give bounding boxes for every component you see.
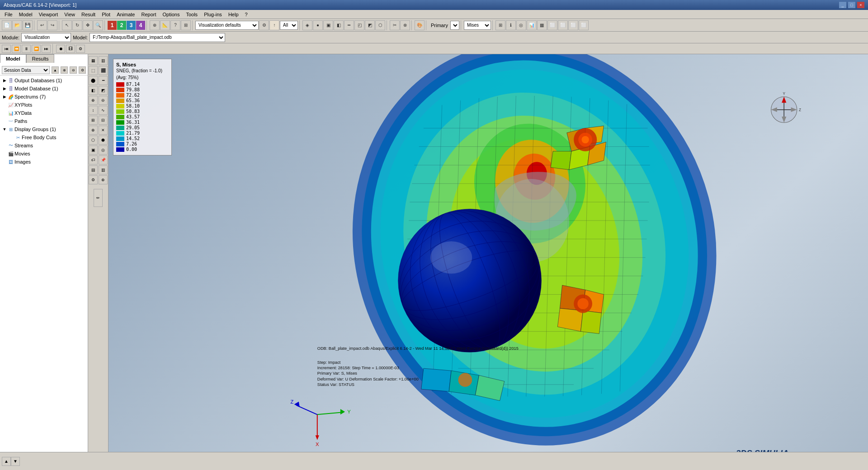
toggle-paths[interactable] xyxy=(2,119,7,123)
tree-display-groups[interactable]: ▼ ⊞ Display Groups (1) xyxy=(0,125,88,133)
play-next-btn[interactable]: ⏩ xyxy=(32,45,41,53)
cut1-btn[interactable]: ✂ xyxy=(390,20,400,30)
menu-tools[interactable]: Tools xyxy=(183,11,200,18)
primary-select[interactable]: S xyxy=(450,21,459,30)
tree-model-database[interactable]: ▶ 🗄 Model Database (1) xyxy=(0,85,88,93)
vtb-face-btn[interactable]: ◧ xyxy=(89,86,98,95)
measure-btn[interactable]: 📐 xyxy=(160,20,170,30)
vtb-contour-btn[interactable]: ▦ xyxy=(89,56,98,65)
tree-images[interactable]: 🖼 Images xyxy=(0,158,88,166)
play-pause-btn[interactable]: ⏸ xyxy=(22,45,31,53)
menu-plot[interactable]: Plot xyxy=(99,11,113,18)
feature-btn[interactable]: ⬡ xyxy=(375,20,385,30)
vtb-sym-btn[interactable]: ⊕ xyxy=(89,96,98,105)
minimize-btn[interactable]: _ xyxy=(839,2,846,8)
tree-xydata[interactable]: 📊 XYData xyxy=(0,109,88,117)
num2-btn[interactable]: 2 xyxy=(117,21,126,30)
toggle-xydata[interactable] xyxy=(2,111,7,115)
snap-btn[interactable]: ⊕ xyxy=(150,20,160,30)
menu-result[interactable]: Result xyxy=(79,11,98,18)
menu-file[interactable]: File xyxy=(2,11,15,18)
edge-btn[interactable]: ━ xyxy=(344,20,354,30)
menu-plugins[interactable]: Plug-ins xyxy=(201,11,225,18)
open-btn[interactable]: 📂 xyxy=(12,20,22,30)
new-btn[interactable]: 📄 xyxy=(2,20,12,30)
maximize-btn[interactable]: □ xyxy=(848,2,855,8)
session-select[interactable]: Session Data xyxy=(2,66,50,74)
close-btn[interactable]: × xyxy=(857,2,864,8)
menu-view[interactable]: View xyxy=(61,11,78,18)
menu-model[interactable]: Model xyxy=(16,11,35,18)
session-settings-btn[interactable]: ⚙ xyxy=(79,66,86,74)
toggle-streams[interactable] xyxy=(2,143,7,148)
play-prev-btn[interactable]: ⏪ xyxy=(12,45,21,53)
tree-movies[interactable]: 🎬 Movies xyxy=(0,150,88,158)
cursor-btn[interactable]: ↑ xyxy=(269,20,279,30)
module-select[interactable]: Visualization xyxy=(21,33,71,42)
vtb-wave-btn[interactable]: ∿ xyxy=(99,106,108,115)
vtb-edge-btn[interactable]: ━ xyxy=(99,76,108,85)
setting-btn[interactable]: ⚙ xyxy=(76,45,85,53)
tree-free-body-cuts[interactable]: ✂ Free Body Cuts xyxy=(0,133,88,141)
play-last-btn[interactable]: ⏭ xyxy=(42,45,51,53)
extra-btn4[interactable]: ▦ xyxy=(537,20,547,30)
query-btn[interactable]: ? xyxy=(170,20,180,30)
toggle-movies[interactable] xyxy=(2,151,7,156)
info-btn[interactable]: ℹ xyxy=(506,20,516,30)
menu-report[interactable]: Report xyxy=(138,11,159,18)
tree-output-databases[interactable]: ▶ 🗄 Output Databases (1) xyxy=(0,76,88,85)
frame-btn[interactable]: 🎞 xyxy=(66,45,75,53)
vtb-group-btn[interactable]: ⊞ xyxy=(89,116,98,125)
extra-btn2[interactable]: ◎ xyxy=(516,20,526,30)
vtb-xsec2-btn[interactable]: ✕ xyxy=(99,126,108,135)
toggle-display-groups[interactable]: ▼ xyxy=(2,127,7,132)
fit-btn[interactable]: ⊞ xyxy=(181,20,191,30)
rotate-btn[interactable]: ↻ xyxy=(72,20,82,30)
extra-btn6[interactable]: ⬜ xyxy=(558,20,568,30)
node-btn[interactable]: ● xyxy=(313,20,323,30)
vtb-scale-btn[interactable]: ↕ xyxy=(89,106,98,115)
vtb-cells-btn[interactable]: ◩ xyxy=(99,86,108,95)
vtb-wire-btn[interactable]: ⬚ xyxy=(89,66,98,75)
model-select[interactable]: F:/Temp-Abaqus/Ball_plate_impact.odb xyxy=(90,33,225,42)
tree-streams[interactable]: 〜 Streams xyxy=(0,141,88,150)
face-btn[interactable]: ◧ xyxy=(334,20,344,30)
color-btn[interactable]: 🎨 xyxy=(415,20,425,30)
toggle-model-db[interactable]: ▶ xyxy=(2,86,7,91)
session-up-btn[interactable]: ▲ xyxy=(52,66,59,74)
vtb-wire2-btn[interactable]: ⬛ xyxy=(99,66,108,75)
vtb-node-btn[interactable]: ⬤ xyxy=(89,76,98,85)
vtb-path2-btn[interactable]: ⬢ xyxy=(99,136,108,145)
canvas-area[interactable]: S, Mises SNEG, (fraction = -1.0) (Avg: 7… xyxy=(108,54,868,470)
menu-options[interactable]: Options xyxy=(160,11,183,18)
part-btn[interactable]: ◰ xyxy=(354,20,364,30)
toggle-images[interactable] xyxy=(2,160,7,164)
extra-btn5[interactable]: ⬜ xyxy=(547,20,557,30)
tree-spectrums[interactable]: ▶ 🌈 Spectrums (7) xyxy=(0,93,88,101)
save-btn[interactable]: 💾 xyxy=(23,20,33,30)
vtb-bg2-btn[interactable]: ▥ xyxy=(99,165,108,174)
bottom-btn2[interactable]: ▼ xyxy=(11,457,20,466)
vtb-overlay-btn[interactable]: ⊟ xyxy=(99,116,108,125)
num1-btn[interactable]: 1 xyxy=(108,21,117,30)
menu-help[interactable]: Help xyxy=(226,11,241,18)
vtb-render-btn[interactable]: ◎ xyxy=(99,146,108,155)
select-btn[interactable]: ↖ xyxy=(62,20,72,30)
play-first-btn[interactable]: ⏮ xyxy=(2,45,11,53)
session-paste-btn[interactable]: ⊖ xyxy=(70,66,77,74)
body-btn[interactable]: ◩ xyxy=(365,20,375,30)
tree-paths[interactable]: 〰 Paths xyxy=(0,117,88,125)
toggle-xyplots[interactable] xyxy=(2,103,7,107)
menu-viewport[interactable]: Viewport xyxy=(36,11,61,18)
extra-btn3[interactable]: 📊 xyxy=(527,20,537,30)
pick-btn[interactable]: ◈ xyxy=(302,20,312,30)
viz-defaults-select[interactable]: Visualization defaults xyxy=(195,21,259,30)
vtb-show-btn[interactable]: ⊖ xyxy=(99,96,108,105)
undo-btn[interactable]: ↩ xyxy=(37,20,47,30)
pan-btn[interactable]: ✥ xyxy=(83,20,93,30)
toggle-output-db[interactable]: ▶ xyxy=(2,78,7,83)
bottom-btn1[interactable]: ▲ xyxy=(2,457,11,466)
vtb-bg-btn[interactable]: ▤ xyxy=(89,165,98,174)
toggle-free-body[interactable] xyxy=(9,135,14,140)
extra-btn7[interactable]: ⬜ xyxy=(568,20,578,30)
